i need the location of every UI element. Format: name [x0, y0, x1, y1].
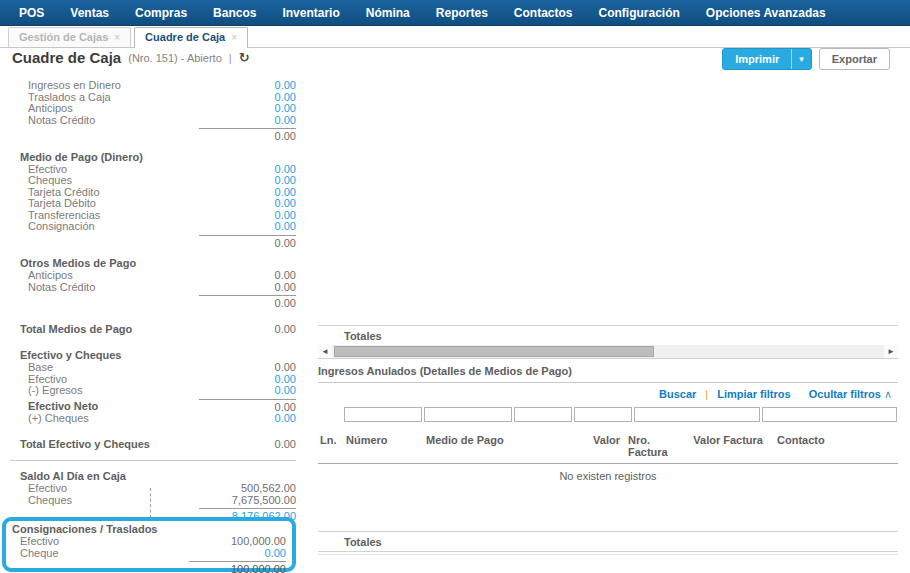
filter-input-medio-de-pago[interactable] — [424, 407, 512, 422]
grand-total-value: 0.00 — [275, 324, 296, 336]
nav-item-contactos[interactable]: Contactos — [501, 6, 586, 20]
ocultar-filtros-link[interactable]: Ocultar filtros — [809, 388, 881, 400]
ingresos-anulados-section: Ingresos Anulados (Detalles de Medios de… — [318, 365, 898, 482]
column-valor-factura[interactable]: Valor Factura — [690, 434, 763, 458]
divider — [318, 554, 898, 555]
summary-row: Cheques 0.00 — [10, 175, 296, 187]
column-nro-factura[interactable]: Nro. Factura — [628, 434, 690, 458]
table-header: Ln. Número Medio de Pago Valor Nro. Fact… — [318, 428, 898, 464]
total-efectivo-y-cheques: Total Efectivo y Cheques 0.00 — [10, 439, 296, 451]
nav-item-configuracion[interactable]: Configuración — [585, 6, 692, 20]
section-total-row: 100,000.00 — [8, 561, 286, 573]
row-value-link[interactable]: 0.00 — [275, 385, 296, 397]
column-contacto[interactable]: Contacto — [763, 434, 898, 458]
subtotal-row: Efectivo Neto 0.00 — [10, 399, 296, 414]
tab-label: Gestión de Cajas — [19, 31, 108, 43]
column-ln[interactable]: Ln. — [320, 434, 346, 458]
nav-item-reportes[interactable]: Reportes — [423, 6, 501, 20]
totales-bottom-section: Totales — [318, 531, 898, 555]
column-medio-de-pago[interactable]: Medio de Pago — [426, 434, 558, 458]
totales-title: Totales — [318, 326, 898, 345]
filter-input-valor-factura[interactable] — [634, 407, 760, 422]
row-value-link[interactable]: 0.00 — [265, 548, 286, 560]
summary-row: Efectivo 100,000.00 — [8, 536, 286, 548]
row-value: 0.00 — [275, 282, 296, 294]
summary-row: Anticipos 0.00 — [10, 270, 296, 282]
ingresos-anulados-title: Ingresos Anulados (Detalles de Medios de… — [318, 365, 898, 383]
nav-item-compras[interactable]: Compras — [122, 6, 200, 20]
scrollbar-track[interactable] — [332, 345, 884, 358]
totales-top-section: Totales ◄ ► — [318, 325, 898, 359]
chevron-down-icon[interactable]: ▾ — [791, 49, 811, 69]
scrollbar-thumb[interactable] — [334, 346, 654, 357]
row-value: 100,000.00 — [231, 536, 286, 548]
row-value-link[interactable]: 0.00 — [275, 103, 296, 115]
tab-cuadre-de-caja[interactable]: Cuadre de Caja × — [134, 27, 248, 48]
column-valor[interactable]: Valor — [558, 434, 620, 458]
row-value-link[interactable]: 0.00 — [275, 413, 296, 425]
nav-item-ventas[interactable]: Ventas — [57, 6, 122, 20]
limpiar-filtros-link[interactable]: Limpiar filtros — [717, 388, 790, 400]
filter-input-nro-factura[interactable] — [574, 407, 632, 422]
section-title: Medio de Pago (Dinero) — [10, 151, 296, 164]
divider — [10, 460, 296, 461]
section-efectivo-y-cheques: Efectivo y Cheques Base 0.00 Efectivo 0.… — [10, 349, 296, 425]
page-header: Cuadre de Caja (Nro. 151) - Abierto | ↻ — [12, 49, 250, 66]
column-numero[interactable]: Número — [346, 434, 426, 458]
grand-total-value: 0.00 — [275, 439, 296, 451]
section-total-value: 0.00 — [199, 295, 296, 310]
chevron-up-icon[interactable]: ∧ — [884, 388, 892, 400]
filter-input-valor[interactable] — [514, 407, 572, 422]
nav-item-bancos[interactable]: Bancos — [200, 6, 269, 20]
close-icon[interactable]: × — [231, 32, 237, 43]
toolbar-buttons: Imprimir ▾ Exportar — [722, 48, 890, 70]
close-icon[interactable]: × — [114, 32, 120, 43]
row-value-link[interactable]: 0.00 — [275, 175, 296, 187]
row-label: (-) Egresos — [10, 385, 82, 397]
nav-item-opciones-avanzadas[interactable]: Opciones Avanzadas — [693, 6, 839, 20]
section-total-row: 0.00 — [10, 235, 296, 250]
filter-input-numero[interactable] — [344, 407, 422, 422]
row-value: 500,562.00 — [241, 483, 296, 495]
row-label: Notas Crédito — [10, 115, 95, 127]
row-label: Efectivo — [10, 483, 67, 495]
divider — [318, 551, 898, 552]
cash-summary-panel: Ingresos en Dinero 0.00 Traslados a Caja… — [10, 80, 296, 531]
tab-gestion-de-cajas[interactable]: Gestión de Cajas × — [8, 27, 131, 47]
register-status: (Nro. 151) - Abierto — [128, 52, 222, 64]
export-button[interactable]: Exportar — [819, 48, 890, 70]
nav-item-nomina[interactable]: Nómina — [353, 6, 423, 20]
row-value-link[interactable]: 0.00 — [275, 221, 296, 233]
section-total-value: 0.00 — [199, 235, 296, 250]
summary-row: Cheque 0.00 — [8, 548, 286, 560]
row-label: Tarjeta Débito — [10, 198, 96, 210]
top-navbar: POS Ventas Compras Bancos Inventario Nóm… — [0, 0, 910, 26]
row-label: Efectivo — [8, 536, 59, 548]
summary-row: Tarjeta Débito 0.00 — [10, 198, 296, 210]
nav-item-pos[interactable]: POS — [6, 6, 57, 20]
scroll-right-icon[interactable]: ► — [884, 345, 898, 358]
row-value-link[interactable]: 0.00 — [275, 115, 296, 127]
page-title: Cuadre de Caja — [12, 49, 121, 66]
refresh-icon[interactable]: ↻ — [239, 50, 250, 65]
horizontal-scrollbar[interactable]: ◄ ► — [318, 345, 898, 359]
print-button[interactable]: Imprimir ▾ — [722, 48, 812, 70]
buscar-link[interactable]: Buscar — [659, 388, 696, 400]
summary-row: Notas Crédito 0.00 — [10, 282, 296, 294]
section-medio-de-pago: Medio de Pago (Dinero) Efectivo 0.00 Che… — [10, 151, 296, 250]
scroll-left-icon[interactable]: ◄ — [318, 345, 332, 358]
summary-row: Consignación 0.00 — [10, 221, 296, 233]
row-label: Cheques — [10, 495, 72, 507]
row-value-link[interactable]: 0.00 — [275, 80, 296, 92]
row-value-link[interactable]: 0.00 — [275, 198, 296, 210]
row-label: Consignación — [10, 221, 95, 233]
print-button-label: Imprimir — [723, 49, 791, 69]
nav-item-inventario[interactable]: Inventario — [269, 6, 352, 20]
total-medios-de-pago: Total Medios de Pago 0.00 — [10, 324, 296, 336]
row-value: 0.00 — [275, 362, 296, 374]
summary-row: Notas Crédito 0.00 — [10, 115, 296, 127]
filter-input-contacto[interactable] — [762, 407, 897, 422]
section-saldo-al-dia: Saldo Al Día en Caja Efectivo 500,562.00… — [10, 470, 296, 523]
totales-title: Totales — [318, 532, 898, 551]
row-label: Base — [10, 362, 53, 374]
